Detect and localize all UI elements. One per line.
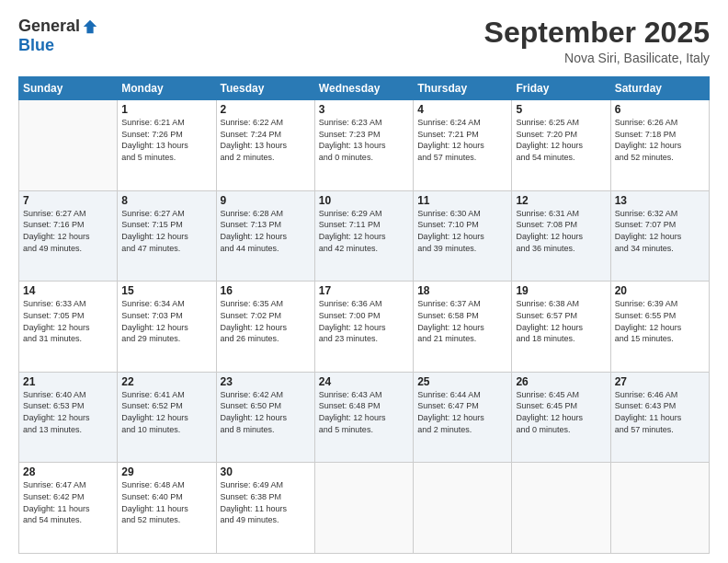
col-saturday: Saturday [610, 77, 709, 100]
calendar-header-row: Sunday Monday Tuesday Wednesday Thursday… [19, 77, 710, 100]
day-info: Sunrise: 6:39 AMSunset: 6:55 PMDaylight:… [615, 298, 705, 344]
table-row [610, 463, 709, 554]
day-info: Sunrise: 6:33 AMSunset: 7:05 PMDaylight:… [23, 298, 113, 344]
col-wednesday: Wednesday [314, 77, 413, 100]
day-number: 25 [417, 375, 507, 388]
day-number: 20 [615, 284, 705, 297]
col-sunday: Sunday [19, 77, 118, 100]
logo-icon [82, 18, 98, 35]
table-row: 14Sunrise: 6:33 AMSunset: 7:05 PMDayligh… [19, 282, 118, 373]
day-info: Sunrise: 6:26 AMSunset: 7:18 PMDaylight:… [615, 117, 705, 163]
day-number: 28 [23, 465, 113, 478]
logo-general-text: General [18, 17, 80, 36]
col-monday: Monday [118, 77, 216, 100]
location: Nova Siri, Basilicate, Italy [484, 51, 710, 65]
day-info: Sunrise: 6:46 AMSunset: 6:43 PMDaylight:… [615, 389, 705, 435]
header: General Blue September 2025 Nova Siri, B… [18, 17, 710, 65]
day-number: 9 [221, 194, 311, 207]
day-number: 19 [516, 284, 606, 297]
day-number: 7 [23, 194, 113, 207]
table-row: 8Sunrise: 6:27 AMSunset: 7:15 PMDaylight… [118, 190, 216, 282]
day-number: 30 [221, 465, 311, 478]
day-number: 26 [516, 375, 606, 388]
day-info: Sunrise: 6:42 AMSunset: 6:50 PMDaylight:… [221, 389, 311, 435]
col-tuesday: Tuesday [216, 77, 314, 100]
day-info: Sunrise: 6:43 AMSunset: 6:48 PMDaylight:… [319, 389, 409, 435]
day-number: 15 [121, 284, 211, 297]
day-info: Sunrise: 6:28 AMSunset: 7:13 PMDaylight:… [221, 208, 311, 254]
day-info: Sunrise: 6:27 AMSunset: 7:16 PMDaylight:… [23, 208, 113, 254]
calendar-week-row: 21Sunrise: 6:40 AMSunset: 6:53 PMDayligh… [19, 372, 710, 463]
day-info: Sunrise: 6:47 AMSunset: 6:42 PMDaylight:… [23, 479, 113, 525]
day-info: Sunrise: 6:38 AMSunset: 6:57 PMDaylight:… [516, 298, 606, 344]
day-info: Sunrise: 6:48 AMSunset: 6:40 PMDaylight:… [121, 479, 211, 525]
table-row: 23Sunrise: 6:42 AMSunset: 6:50 PMDayligh… [216, 372, 314, 463]
col-friday: Friday [512, 77, 610, 100]
table-row: 9Sunrise: 6:28 AMSunset: 7:13 PMDaylight… [216, 190, 314, 282]
day-number: 11 [417, 194, 507, 207]
table-row: 19Sunrise: 6:38 AMSunset: 6:57 PMDayligh… [512, 282, 610, 373]
logo-blue-text: Blue [18, 36, 54, 55]
day-number: 24 [319, 375, 409, 388]
day-info: Sunrise: 6:45 AMSunset: 6:45 PMDaylight:… [516, 389, 606, 435]
day-info: Sunrise: 6:34 AMSunset: 7:03 PMDaylight:… [121, 298, 211, 344]
day-number: 4 [417, 103, 507, 116]
month-title: September 2025 [484, 17, 710, 49]
day-info: Sunrise: 6:24 AMSunset: 7:21 PMDaylight:… [417, 117, 507, 163]
day-info: Sunrise: 6:40 AMSunset: 6:53 PMDaylight:… [23, 389, 113, 435]
table-row: 28Sunrise: 6:47 AMSunset: 6:42 PMDayligh… [19, 463, 118, 554]
day-number: 3 [319, 103, 409, 116]
table-row [19, 100, 118, 191]
table-row: 4Sunrise: 6:24 AMSunset: 7:21 PMDaylight… [414, 100, 512, 191]
table-row: 15Sunrise: 6:34 AMSunset: 7:03 PMDayligh… [118, 282, 216, 373]
table-row: 10Sunrise: 6:29 AMSunset: 7:11 PMDayligh… [314, 190, 413, 282]
table-row: 7Sunrise: 6:27 AMSunset: 7:16 PMDaylight… [19, 190, 118, 282]
day-number: 10 [319, 194, 409, 207]
table-row: 17Sunrise: 6:36 AMSunset: 7:00 PMDayligh… [314, 282, 413, 373]
day-info: Sunrise: 6:27 AMSunset: 7:15 PMDaylight:… [121, 208, 211, 254]
day-info: Sunrise: 6:32 AMSunset: 7:07 PMDaylight:… [615, 208, 705, 254]
day-number: 17 [319, 284, 409, 297]
page: General Blue September 2025 Nova Siri, B… [0, 0, 728, 563]
day-number: 8 [121, 194, 211, 207]
day-info: Sunrise: 6:22 AMSunset: 7:24 PMDaylight:… [221, 117, 311, 163]
day-number: 5 [516, 103, 606, 116]
day-number: 27 [615, 375, 705, 388]
table-row: 27Sunrise: 6:46 AMSunset: 6:43 PMDayligh… [610, 372, 709, 463]
table-row: 22Sunrise: 6:41 AMSunset: 6:52 PMDayligh… [118, 372, 216, 463]
table-row: 5Sunrise: 6:25 AMSunset: 7:20 PMDaylight… [512, 100, 610, 191]
day-info: Sunrise: 6:30 AMSunset: 7:10 PMDaylight:… [417, 208, 507, 254]
calendar-week-row: 1Sunrise: 6:21 AMSunset: 7:26 PMDaylight… [19, 100, 710, 191]
day-number: 21 [23, 375, 113, 388]
day-info: Sunrise: 6:44 AMSunset: 6:47 PMDaylight:… [417, 389, 507, 435]
calendar-week-row: 14Sunrise: 6:33 AMSunset: 7:05 PMDayligh… [19, 282, 710, 373]
day-info: Sunrise: 6:25 AMSunset: 7:20 PMDaylight:… [516, 117, 606, 163]
table-row [414, 463, 512, 554]
day-info: Sunrise: 6:36 AMSunset: 7:00 PMDaylight:… [319, 298, 409, 344]
day-info: Sunrise: 6:21 AMSunset: 7:26 PMDaylight:… [121, 117, 211, 163]
table-row: 2Sunrise: 6:22 AMSunset: 7:24 PMDaylight… [216, 100, 314, 191]
table-row [512, 463, 610, 554]
table-row: 13Sunrise: 6:32 AMSunset: 7:07 PMDayligh… [610, 190, 709, 282]
day-info: Sunrise: 6:41 AMSunset: 6:52 PMDaylight:… [121, 389, 211, 435]
col-thursday: Thursday [414, 77, 512, 100]
day-number: 14 [23, 284, 113, 297]
table-row: 18Sunrise: 6:37 AMSunset: 6:58 PMDayligh… [414, 282, 512, 373]
day-number: 2 [221, 103, 311, 116]
calendar-body: 1Sunrise: 6:21 AMSunset: 7:26 PMDaylight… [19, 100, 710, 554]
calendar-week-row: 28Sunrise: 6:47 AMSunset: 6:42 PMDayligh… [19, 463, 710, 554]
logo: General Blue [18, 17, 98, 55]
day-number: 6 [615, 103, 705, 116]
table-row: 11Sunrise: 6:30 AMSunset: 7:10 PMDayligh… [414, 190, 512, 282]
day-number: 22 [121, 375, 211, 388]
day-number: 18 [417, 284, 507, 297]
day-info: Sunrise: 6:23 AMSunset: 7:23 PMDaylight:… [319, 117, 409, 163]
table-row: 21Sunrise: 6:40 AMSunset: 6:53 PMDayligh… [19, 372, 118, 463]
day-info: Sunrise: 6:37 AMSunset: 6:58 PMDaylight:… [417, 298, 507, 344]
table-row: 12Sunrise: 6:31 AMSunset: 7:08 PMDayligh… [512, 190, 610, 282]
table-row: 16Sunrise: 6:35 AMSunset: 7:02 PMDayligh… [216, 282, 314, 373]
table-row: 24Sunrise: 6:43 AMSunset: 6:48 PMDayligh… [314, 372, 413, 463]
table-row: 20Sunrise: 6:39 AMSunset: 6:55 PMDayligh… [610, 282, 709, 373]
table-row: 3Sunrise: 6:23 AMSunset: 7:23 PMDaylight… [314, 100, 413, 191]
table-row: 25Sunrise: 6:44 AMSunset: 6:47 PMDayligh… [414, 372, 512, 463]
